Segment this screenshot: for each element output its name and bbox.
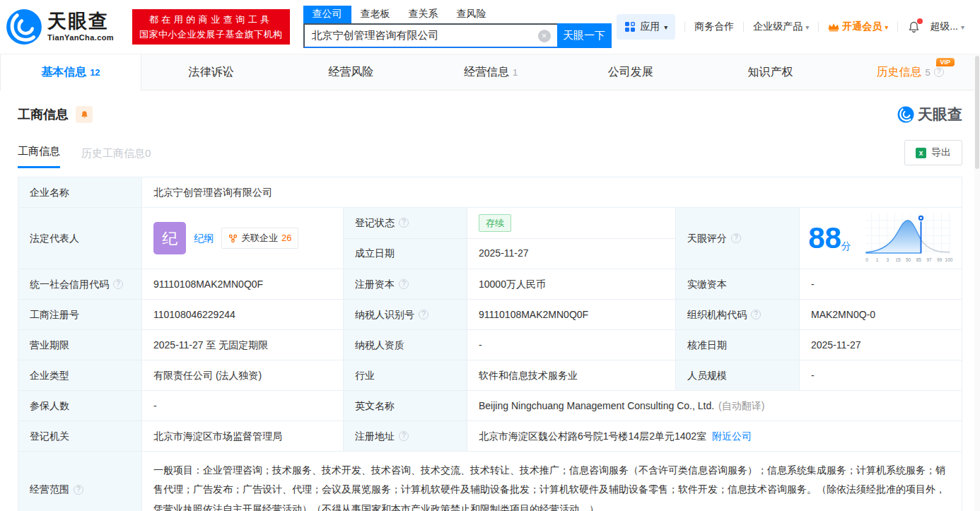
search-row: × 天眼一下 [303,23,612,48]
subtab-business-info[interactable]: 工商信息 [18,145,60,168]
score-number: 88 分 [808,223,851,254]
notification-bell[interactable] [907,20,921,34]
nav-cooperation[interactable]: 商务合作 [694,20,734,33]
field-label-company-name: 企业名称 [18,177,142,208]
monitor-bell-button[interactable] [76,106,93,123]
help-icon[interactable]: ? [399,279,409,289]
nearby-companies-link[interactable]: 附近公司 [712,429,752,444]
field-value-legal-rep: 纪 纪纲 关联企业 26 [142,208,344,269]
label-text: 组织机构代码 [687,307,747,322]
logo-text: 天眼查 TianYanCha.com [47,12,114,42]
label-text: 统一社会信用代码 [30,277,109,292]
svg-text:1: 1 [876,257,879,262]
tab-operating-risk[interactable]: 经营风险 [281,54,421,90]
help-icon[interactable]: ? [74,485,83,495]
tab-count: 5 [926,67,931,78]
help-icon[interactable]: ? [113,279,123,289]
apps-label: 应用 [640,20,660,33]
nav-enterprise-products[interactable]: 企业级产品 ▾ [753,20,809,33]
label-text: 天眼评分 [687,231,727,246]
help-icon[interactable]: ? [399,431,409,441]
business-info-section: 工商信息 天眼查 工商信息 历史工商信息0 x 导出 企业名称 北京宁创管理咨询 [0,105,980,511]
help-icon[interactable]: ? [419,310,428,319]
promo-banner: 都在用的商业查询工具 国家中小企业发展子基金旗下机构 [132,9,290,45]
score-axis-labels: 0 1 3 15 50 85 97 99 100 [865,257,953,262]
chevron-down-icon: ▾ [885,23,888,31]
search-tabs: 查公司 查老板 查关系 查风险 [303,6,612,23]
apps-grid-icon [624,21,636,33]
nav-divider [684,22,685,32]
watermark-text: 天眼查 [918,105,962,124]
field-value-paid-capital: - [800,269,962,300]
logo-domain: TianYanCha.com [47,33,114,42]
tab-label: 法律诉讼 [189,65,234,80]
tab-label: 经营风险 [328,65,373,80]
field-label-company-type: 企业类型 [18,360,142,391]
scrollbar[interactable] [974,54,980,511]
watermark-logo: 天眼查 [897,105,962,124]
top-nav: 应用 ▾ 商务合作 企业级产品 ▾ 开通会员 ▾ 超级.. [617,14,964,40]
tab-label: 知识产权 [747,65,793,80]
help-icon[interactable]: ? [731,233,741,243]
field-value-reg-capital: 10000万人民币 [467,269,676,300]
vip-badge: VIP [936,58,955,66]
legal-rep-avatar[interactable]: 纪 [153,222,186,254]
tianyancha-logo[interactable]: 天眼查 TianYanCha.com [6,8,114,45]
svg-text:99: 99 [937,257,943,262]
field-label-org-code: 组织机构代码 ? [676,300,800,330]
search-block: 查公司 查老板 查关系 查风险 × 天眼一下 [303,6,612,48]
scrollbar-thumb[interactable] [975,56,979,169]
nav-open-membership[interactable]: 开通会员 ▾ [828,20,888,33]
search-input-wrap: × [303,23,557,48]
tab-operating-info[interactable]: 经营信息 1 [421,54,561,90]
section-title: 工商信息 [18,106,69,123]
help-icon[interactable]: ? [751,310,761,319]
tab-legal-litigation[interactable]: 法律诉讼 [141,54,281,90]
search-tab-relation[interactable]: 查关系 [399,6,448,23]
field-label-reg-number: 工商注册号 [18,300,142,330]
field-label-business-term: 营业期限 [18,330,142,360]
tab-company-development[interactable]: 公司发展 [561,54,701,90]
related-companies-badge[interactable]: 关联企业 26 [221,228,298,249]
help-icon[interactable]: ? [934,67,944,77]
help-icon[interactable]: ? [399,218,409,228]
tianyancha-swirl-icon [897,106,914,123]
field-label-english-name: 英文名称 [344,391,467,421]
notification-dot [917,18,923,24]
tab-intellectual-property[interactable]: 知识产权 [701,54,841,90]
field-value-taxpayer-id: 91110108MAK2MN0Q0F [467,300,676,330]
search-tab-boss[interactable]: 查老板 [351,6,399,23]
search-input[interactable] [305,30,538,42]
tab-count: 1 [513,67,518,78]
excel-icon: x [916,148,926,158]
org-network-icon [228,234,238,243]
logo-name: 天眼查 [47,12,114,31]
field-label-insured-count: 参保人数 [18,391,142,421]
field-value-reg-address: 北京市海淀区魏公村路6号院1号楼14层2单元1402室 附近公司 [467,421,962,452]
field-label-approve-date: 核准日期 [676,330,800,360]
clear-search-icon[interactable]: × [538,30,551,42]
field-label-taxpayer-id: 纳税人识别号 ? [344,300,467,330]
score-unit: 分 [841,239,851,254]
search-tab-risk[interactable]: 查风险 [448,6,496,23]
field-value-approve-date: 2025-11-27 [800,330,962,360]
related-companies-count: 26 [281,231,291,245]
nav-account[interactable]: 超级... ▾ [930,20,964,33]
export-button[interactable]: x 导出 [904,140,962,165]
tab-basic-info[interactable]: 基本信息 12 [0,54,141,90]
legal-rep-name-link[interactable]: 纪纲 [194,231,214,246]
field-label-reg-address: 注册地址 ? [344,421,467,452]
subtab-history-business-info[interactable]: 历史工商信息0 [81,147,151,168]
field-value-reg-status: 存续 [467,208,676,239]
apps-menu[interactable]: 应用 ▾ [617,14,675,40]
tab-history-info[interactable]: VIP 历史信息 5 ? [840,54,980,90]
search-tab-company[interactable]: 查公司 [303,6,351,23]
english-name-text: Beijing Ningchuang Management Consulting… [479,399,714,413]
field-value-insured-count: - [142,391,344,421]
score-value: 88 [808,223,841,253]
company-section-tabs: 基本信息 12 法律诉讼 经营风险 经营信息 1 公司发展 知识产权 VIP 历… [0,54,980,90]
field-value-reg-authority: 北京市海淀区市场监督管理局 [142,421,344,452]
field-label-score: 天眼评分 ? [676,208,800,269]
search-button[interactable]: 天眼一下 [557,23,612,48]
svg-text:50: 50 [906,257,911,262]
